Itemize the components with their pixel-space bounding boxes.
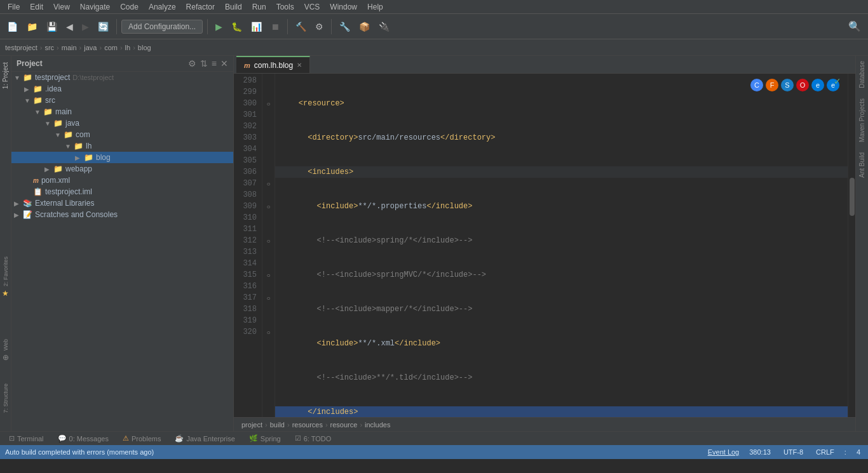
toolbar-run-btn[interactable]: ▶ <box>212 20 226 34</box>
tree-item-com[interactable]: ▼ 📁 com <box>11 129 233 140</box>
menu-analyze[interactable]: Analyze <box>144 1 181 13</box>
spring-tab[interactable]: 🌿 Spring <box>243 433 287 444</box>
menu-tools[interactable]: Tools <box>271 1 299 13</box>
tree-item-idea[interactable]: ▶ 📁 .idea <box>11 83 233 95</box>
structure-panel-toggle[interactable]: 7: Structure <box>1 381 10 416</box>
toolbar-run-coverage-btn[interactable]: 📊 <box>248 20 265 34</box>
java-folder-icon: 📁 <box>53 119 63 128</box>
toolbar-search-btn[interactable]: 🔍 <box>845 18 864 34</box>
toolbar-plugins-btn[interactable]: 🔌 <box>376 20 393 34</box>
safari-browser-icon[interactable]: S <box>781 79 794 91</box>
toolbar-save-btn[interactable]: 💾 <box>43 20 60 34</box>
close-panel-icon[interactable]: ✕ <box>220 58 228 69</box>
menu-code[interactable]: Code <box>115 1 144 13</box>
toolbar-stop-btn[interactable]: ⏹ <box>268 20 283 34</box>
database-panel-toggle[interactable]: Database <box>857 56 867 93</box>
gutter-fold-312[interactable]: ○ <box>262 235 275 246</box>
tab-close-icon[interactable]: ✕ <box>297 62 302 69</box>
toolbar-rebuild-btn[interactable]: ⚙ <box>312 20 327 34</box>
collapse-all-icon[interactable]: ≡ <box>212 58 217 69</box>
status-indent[interactable]: 4 <box>854 448 863 456</box>
firefox-browser-icon[interactable]: F <box>766 79 778 91</box>
menu-build[interactable]: Build <box>220 1 247 13</box>
tree-item-webapp[interactable]: ▶ 📁 webapp <box>11 163 233 175</box>
sort-icon[interactable]: ⇅ <box>200 58 208 69</box>
menu-edit[interactable]: Edit <box>25 1 48 13</box>
todo-tab[interactable]: ☑ 6: TODO <box>288 433 338 444</box>
tree-item-ext-libs[interactable]: ▶ 📚 External Libraries <box>11 197 233 209</box>
gutter-fold-300[interactable]: ○ <box>262 98 275 109</box>
status-line-col[interactable]: 380:13 <box>747 448 773 456</box>
tree-item-blog[interactable]: ▶ 📁 blog <box>11 152 233 163</box>
problems-tab[interactable]: ⚠ Problems <box>116 433 167 444</box>
menu-file[interactable]: File <box>3 1 25 13</box>
terminal-tab[interactable]: ⊡ Terminal <box>3 433 50 444</box>
sb-build[interactable]: build <box>270 421 285 429</box>
code-line-298: <resource> <box>275 98 855 109</box>
bottom-tabs: ⊡ Terminal 💬 0: Messages ⚠ Problems ☕ Ja… <box>0 431 868 445</box>
toolbar-debug-btn[interactable]: 🐛 <box>228 20 245 34</box>
sb-includes[interactable]: includes <box>365 421 390 429</box>
ant-panel-toggle[interactable]: Ant Build <box>857 147 867 183</box>
menu-window[interactable]: Window <box>325 1 362 13</box>
toolbar-sync-btn[interactable]: 🔄 <box>95 20 112 34</box>
vertical-scrollbar[interactable] <box>848 74 855 417</box>
status-encoding[interactable]: UTF-8 <box>781 448 806 456</box>
favorites-panel-toggle[interactable]: 2: Favorites <box>1 254 10 289</box>
tree-item-iml[interactable]: ▶ 📋 testproject.iml <box>11 186 233 197</box>
tree-path-testproject: D:\testproject <box>72 74 114 81</box>
menu-run[interactable]: Run <box>247 1 271 13</box>
menu-help[interactable]: Help <box>362 1 388 13</box>
gutter-fold-320[interactable]: ○ <box>262 326 275 338</box>
breadcrumb-src[interactable]: src <box>44 44 54 51</box>
tab-com-lh-blog[interactable]: m com.lh.blog ✕ <box>236 56 310 73</box>
breadcrumb-com[interactable]: com <box>104 44 118 51</box>
menu-navigate[interactable]: Navigate <box>75 1 115 13</box>
messages-tab[interactable]: 💬 0: Messages <box>51 433 115 444</box>
breadcrumb-java[interactable]: java <box>84 44 97 51</box>
status-crlf[interactable]: CRLF <box>813 448 837 456</box>
menu-vcs[interactable]: VCS <box>299 1 325 13</box>
project-panel-toggle[interactable]: 1: Project <box>1 58 10 93</box>
toolbar-back-btn[interactable]: ◀ <box>63 20 76 34</box>
maven-panel-toggle[interactable]: Maven Projects <box>857 93 867 147</box>
scroll-thumb[interactable] <box>850 178 855 216</box>
breadcrumb-blog[interactable]: blog <box>138 44 151 51</box>
toolbar-build-btn[interactable]: 🔨 <box>292 20 309 34</box>
tree-item-main[interactable]: ▼ 📁 main <box>11 106 233 117</box>
toolbar-sdk-btn[interactable]: 📦 <box>356 20 373 34</box>
sb-resources[interactable]: resources <box>292 421 323 429</box>
ie-browser-icon[interactable]: e <box>811 79 824 91</box>
tree-item-testproject[interactable]: ▼ 📁 testproject D:\testproject <box>11 72 233 83</box>
opera-browser-icon[interactable]: O <box>796 79 809 91</box>
settings-gear-icon[interactable]: ⚙ <box>188 58 196 69</box>
tree-item-java[interactable]: ▼ 📁 java <box>11 117 233 129</box>
tree-item-src[interactable]: ▼ 📁 src <box>11 95 233 106</box>
messages-icon: 💬 <box>58 434 67 443</box>
event-log-link[interactable]: Event Log <box>708 448 740 456</box>
toolbar-new-btn[interactable]: 📄 <box>4 20 21 34</box>
web-panel-toggle[interactable]: Web <box>1 336 10 353</box>
breadcrumb-main[interactable]: main <box>62 44 77 51</box>
gutter-fold-315[interactable]: ○ <box>262 269 275 281</box>
menu-refactor[interactable]: Refactor <box>181 1 220 13</box>
gutter-fold-309[interactable]: ○ <box>262 201 275 212</box>
chrome-browser-icon[interactable]: C <box>750 79 763 91</box>
toolbar-open-btn[interactable]: 📁 <box>24 20 41 34</box>
main-folder-icon: 📁 <box>43 107 53 116</box>
java-enterprise-tab[interactable]: ☕ Java Enterprise <box>168 433 241 444</box>
sb-resource[interactable]: resource <box>330 421 358 429</box>
add-configuration-button[interactable]: Add Configuration... <box>121 20 203 34</box>
menu-view[interactable]: View <box>48 1 75 13</box>
toolbar-settings-btn[interactable]: 🔧 <box>336 20 353 34</box>
breadcrumb-testproject[interactable]: testproject <box>5 44 37 51</box>
toolbar-forward-btn[interactable]: ▶ <box>79 20 92 34</box>
tree-item-lh[interactable]: ▼ 📁 lh <box>11 140 233 152</box>
breadcrumb-lh[interactable]: lh <box>125 44 131 51</box>
tree-item-pom[interactable]: ▶ m pom.xml <box>11 175 233 186</box>
gutter-fold-317[interactable]: ○ <box>262 292 275 303</box>
code-editor[interactable]: <resource> <directory>src/main/resources… <box>275 74 855 417</box>
sb-project[interactable]: project <box>241 421 262 429</box>
gutter-fold-307[interactable]: ○ <box>262 178 275 189</box>
tree-item-scratches[interactable]: ▶ 📝 Scratches and Consoles <box>11 209 233 220</box>
